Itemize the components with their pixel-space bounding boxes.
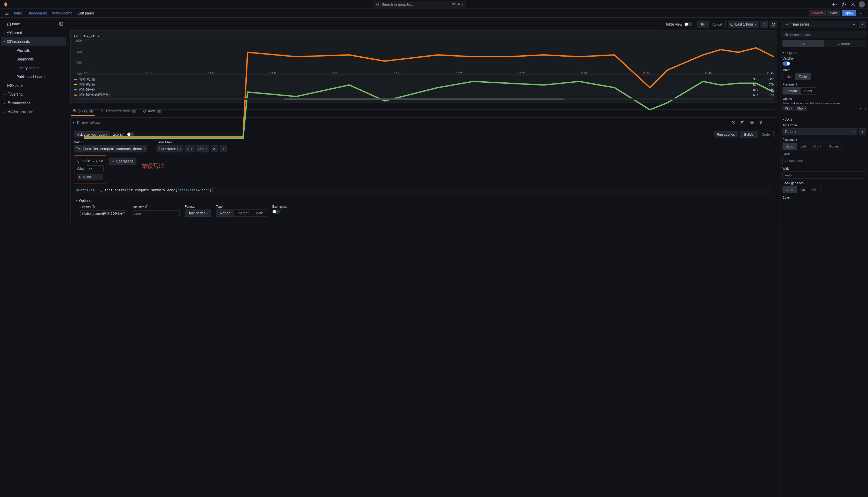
axis-left[interactable]: Left [797, 143, 810, 150]
zoom-out-icon[interactable] [760, 21, 768, 28]
grafana-logo[interactable] [3, 2, 8, 7]
vis-expand-icon[interactable]: › [859, 21, 866, 28]
sidebar-item-explore[interactable]: Explore [1, 81, 66, 90]
legend-mode-toggle: List Table [782, 73, 811, 80]
sidebar-item-public-dashboards[interactable]: Public dashboards [1, 72, 66, 81]
quantile-value-input[interactable] [86, 165, 103, 172]
visualization-picker[interactable]: Time series ▾ [782, 21, 857, 28]
sidebar-item-library-panels[interactable]: Library panels [1, 63, 66, 72]
filter-add-icon[interactable]: + [219, 145, 227, 152]
crumb-dashboards[interactable]: Dashboards [27, 11, 47, 15]
quantile-remove-icon[interactable]: ✕ [101, 159, 104, 163]
type-instant[interactable]: Instant [234, 210, 252, 216]
explain-switch[interactable] [127, 132, 134, 137]
subtab-overrides[interactable]: Overrides [824, 40, 866, 47]
discard-button[interactable]: Discard [809, 10, 826, 16]
user-avatar[interactable] [859, 1, 865, 8]
axis-right[interactable]: Right [810, 143, 825, 150]
fit-actual[interactable]: Actual [709, 21, 725, 28]
add-operations-button[interactable]: +Operations [109, 158, 137, 165]
filter-name-select[interactable]: labelName1▾ [157, 145, 183, 152]
svg-rect-8 [9, 42, 11, 43]
tags-caret-icon[interactable] [863, 106, 866, 111]
tags-clear-icon[interactable]: × [859, 106, 862, 111]
axis-width-input[interactable] [782, 171, 866, 179]
fit-fill[interactable]: Fill [697, 21, 709, 28]
grid-auto[interactable]: Auto [783, 186, 797, 193]
legend-mode-list[interactable]: List [783, 73, 795, 80]
legend-input[interactable] [80, 210, 127, 217]
news-icon[interactable] [850, 1, 857, 8]
plug-icon [7, 101, 11, 105]
sidebar-item-home[interactable]: Home [1, 20, 66, 28]
refresh-icon[interactable] [770, 21, 777, 28]
search-shortcut: ⌨⌘+k [451, 3, 463, 6]
grid-on[interactable]: On [797, 186, 809, 193]
timezone-select[interactable]: Default▾ [782, 128, 857, 136]
minstep-input[interactable] [132, 210, 180, 217]
axis-hidden[interactable]: Hidden [825, 143, 843, 150]
add-button[interactable]: ▾ [831, 1, 838, 8]
axis-auto[interactable]: Auto [783, 143, 797, 150]
legend-bottom[interactable]: Bottom [783, 88, 800, 94]
panel-editor: Table view Fill Actual Last 1 hour ▾ [67, 17, 780, 497]
type-range[interactable]: Range [216, 210, 234, 216]
sidebar-item-dashboards[interactable]: ▾Dashboards [1, 37, 66, 46]
sidebar-item-administration[interactable]: ▸Administration [1, 108, 66, 116]
legend-right[interactable]: Right [800, 88, 815, 94]
axis-label-input[interactable] [782, 157, 866, 164]
svg-rect-7 [8, 42, 9, 43]
section-axis[interactable]: ▾Axis [782, 117, 866, 122]
filter-op-select[interactable]: =▾ [185, 145, 195, 152]
sidebar-item-snapshots[interactable]: Snapshots [1, 55, 66, 63]
format-select[interactable]: Time series▾ [185, 210, 211, 217]
filter-value-select[interactable]: abc▾ [196, 145, 210, 152]
tag-max: Max× [795, 106, 808, 111]
filter-remove-icon[interactable]: ✕ [211, 145, 218, 152]
by-label-button[interactable]: +By label [77, 174, 103, 180]
table-view-toggle[interactable]: Table view [663, 21, 695, 28]
legend-placement-toggle: Bottom Right [782, 87, 816, 95]
crumb-home[interactable]: Home [12, 11, 22, 15]
metric-select[interactable]: TestController_compute_summary_demo▾ [74, 145, 147, 152]
sidebar-item-connections[interactable]: ▸Connections [1, 99, 66, 108]
table-view-switch[interactable] [684, 22, 692, 26]
options-search[interactable] [782, 31, 866, 38]
quantile-caret-icon[interactable] [91, 159, 94, 163]
svg-point-0 [376, 3, 379, 5]
help-icon[interactable] [840, 1, 847, 8]
legend-scrollbar[interactable] [74, 98, 774, 100]
timezone-add-icon[interactable]: + [859, 128, 866, 136]
save-button[interactable]: Save [827, 10, 841, 16]
exemplars-switch[interactable] [272, 210, 280, 214]
fit-toggle: Fill Actual [697, 21, 726, 28]
grid-off[interactable]: Off [809, 186, 820, 193]
minstep-info-icon[interactable]: ⓘ [145, 205, 148, 209]
legend-values-select[interactable]: Min× Max× × [782, 106, 866, 111]
bell-icon [7, 92, 11, 97]
svg-point-28 [785, 33, 787, 36]
tag-max-remove[interactable]: × [804, 106, 806, 111]
collapse-icon[interactable]: ▾ [73, 122, 74, 124]
legend-mode-table[interactable]: Table [795, 73, 810, 80]
sidebar-item-playlists[interactable]: Playlists [1, 46, 66, 55]
options-search-input[interactable] [790, 33, 864, 37]
global-search[interactable]: Search or jump to... ⌨⌘+k [373, 1, 466, 8]
query-name[interactable]: D [77, 120, 80, 125]
legend-info-icon[interactable]: ⓘ [92, 205, 95, 209]
tag-min-remove[interactable]: × [791, 106, 793, 111]
type-both[interactable]: Both [252, 210, 267, 216]
options-toggle[interactable]: ▾ Options [74, 197, 774, 205]
quantile-info-icon[interactable]: ⓘ [96, 159, 100, 163]
subtab-all[interactable]: All [782, 40, 824, 47]
time-range-picker[interactable]: Last 1 hour ▾ [728, 21, 758, 28]
apply-button[interactable]: Apply [842, 10, 856, 16]
sidebar-item-starred[interactable]: ▸Starred [1, 28, 66, 37]
collapse-right-icon[interactable] [858, 10, 865, 17]
menu-toggle-icon[interactable] [3, 10, 10, 17]
sidebar-item-alerting[interactable]: ▸Alerting [1, 90, 66, 99]
legend-visibility-switch[interactable] [782, 61, 790, 66]
section-legend[interactable]: ▾Legend [782, 51, 866, 55]
crumb-dashboard[interactable]: metric-demo [52, 11, 72, 15]
star-icon [7, 30, 11, 35]
